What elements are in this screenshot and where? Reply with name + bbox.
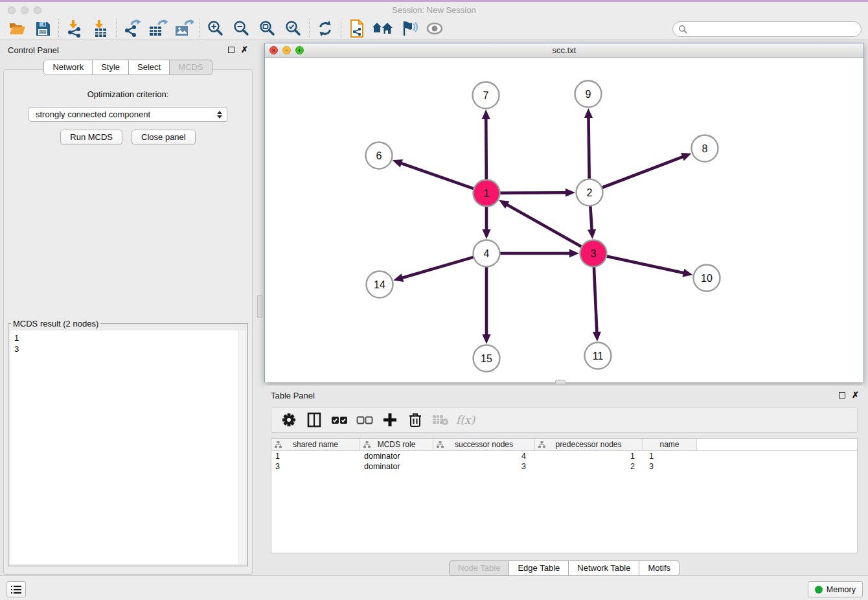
edge-1-2[interactable] — [500, 192, 567, 193]
table-cell[interactable]: 1 — [535, 451, 643, 461]
edge-4-14[interactable] — [401, 257, 474, 279]
table-settings-gear-icon[interactable] — [277, 410, 301, 430]
node-1[interactable]: 1 — [474, 180, 500, 207]
zoom-fit-icon[interactable] — [255, 18, 280, 39]
svg-text:4: 4 — [484, 248, 490, 259]
column-header-shared-name[interactable]: shared name — [271, 439, 360, 450]
table-cell[interactable]: dominator — [360, 451, 433, 461]
run-mcds-button[interactable]: Run MCDS — [60, 130, 122, 145]
table-cell[interactable]: 1 — [643, 451, 697, 461]
refresh-icon[interactable] — [312, 18, 338, 39]
table-cell[interactable]: 4 — [433, 451, 535, 461]
delete-table-icon[interactable] — [428, 410, 452, 430]
table-tab-node-table[interactable]: Node Table — [449, 560, 510, 576]
search-input[interactable] — [687, 23, 861, 35]
column-header-successor-nodes[interactable]: successor nodes — [433, 439, 535, 450]
table-cell[interactable]: 3 — [433, 461, 535, 472]
close-panel-icon[interactable]: ✗ — [241, 47, 248, 53]
mcds-result-area[interactable]: 1 3 — [10, 330, 246, 564]
column-header-mcds-role[interactable]: MCDS role — [360, 439, 433, 450]
node-3[interactable]: 3 — [580, 240, 607, 267]
tab-style[interactable]: Style — [93, 60, 129, 75]
close-window-button[interactable] — [8, 6, 16, 14]
node-14[interactable]: 14 — [367, 271, 393, 298]
delete-column-icon[interactable] — [403, 410, 427, 430]
column-header-name[interactable]: name — [643, 439, 697, 450]
edge-3-11[interactable] — [594, 267, 597, 334]
function-builder-icon[interactable]: f(x) — [453, 410, 477, 430]
network-window[interactable]: × − + scc.txt 7968124314101511 — [264, 43, 864, 382]
tab-network[interactable]: Network — [43, 60, 93, 75]
node-8[interactable]: 8 — [692, 135, 718, 162]
deselect-all-icon[interactable] — [352, 410, 376, 430]
node-15[interactable]: 15 — [474, 345, 500, 372]
export-table-icon[interactable] — [145, 18, 171, 39]
vertical-splitter-handle[interactable] — [257, 295, 262, 318]
export-network-icon[interactable] — [119, 18, 145, 39]
network-graph[interactable]: 7968124314101511 — [265, 58, 863, 382]
export-image-icon[interactable] — [171, 18, 197, 39]
table-tab-motifs[interactable]: Motifs — [639, 560, 680, 576]
network-canvas[interactable]: 7968124314101511 — [265, 58, 863, 382]
window-controls[interactable] — [8, 6, 41, 14]
table-cell[interactable]: 2 — [535, 461, 643, 472]
edge-3-1[interactable] — [506, 204, 582, 247]
node-2[interactable]: 2 — [577, 179, 603, 206]
result-scrollbar[interactable] — [238, 330, 246, 564]
edge-1-6[interactable] — [400, 163, 474, 189]
node-11[interactable]: 11 — [585, 343, 611, 369]
float-table-panel-icon[interactable] — [839, 392, 845, 398]
zoom-network-button[interactable]: + — [295, 46, 304, 54]
table-cell[interactable]: dominator — [360, 461, 433, 472]
table-row[interactable]: 3dominator323 — [271, 461, 857, 472]
tab-mcds[interactable]: MCDS — [170, 60, 212, 75]
home-icon[interactable] — [370, 18, 396, 39]
close-panel-button[interactable]: Close panel — [131, 130, 196, 145]
show-graphics-details-icon[interactable] — [422, 18, 448, 39]
horizontal-splitter-handle[interactable] — [555, 380, 565, 384]
open-network-file-icon[interactable] — [344, 18, 370, 39]
select-all-icon[interactable] — [327, 410, 351, 430]
edge-2-9[interactable] — [588, 116, 589, 179]
edge-1-7[interactable] — [486, 117, 486, 179]
zoom-selected-icon[interactable] — [280, 18, 306, 39]
minimize-network-button[interactable]: − — [282, 46, 291, 54]
table-row[interactable]: 1dominator411 — [271, 451, 857, 461]
node-10[interactable]: 10 — [694, 265, 720, 292]
node-7[interactable]: 7 — [473, 82, 499, 109]
zoom-window-button[interactable] — [34, 6, 41, 14]
hide-graphics-details-icon[interactable] — [396, 18, 422, 39]
add-column-icon[interactable] — [378, 410, 402, 430]
edge-2-3[interactable] — [590, 206, 591, 231]
show-column-icon[interactable] — [302, 410, 326, 430]
edge-2-8[interactable] — [602, 156, 685, 187]
network-window-titlebar[interactable]: × − + scc.txt — [265, 43, 863, 58]
table-cell[interactable]: 1 — [271, 451, 360, 461]
close-table-panel-icon[interactable]: ✗ — [852, 392, 859, 398]
zoom-in-icon[interactable] — [203, 18, 229, 39]
import-network-icon[interactable] — [62, 18, 87, 39]
table-tab-network-table[interactable]: Network Table — [569, 560, 639, 576]
tab-select[interactable]: Select — [129, 60, 170, 75]
minimize-window-button[interactable] — [21, 6, 29, 14]
node-4[interactable]: 4 — [474, 240, 500, 267]
close-network-button[interactable]: × — [269, 46, 278, 54]
arrowhead-4-15 — [482, 334, 490, 344]
save-session-icon[interactable] — [30, 18, 56, 39]
table-cell[interactable]: 3 — [643, 461, 697, 472]
import-table-icon[interactable] — [87, 18, 113, 39]
zoom-out-icon[interactable] — [229, 18, 255, 39]
table-cell[interactable]: 3 — [271, 461, 360, 472]
column-header-predecessor-nodes[interactable]: predecessor nodes — [535, 439, 643, 450]
memory-button[interactable]: Memory — [808, 581, 863, 597]
table-tab-edge-table[interactable]: Edge Table — [509, 560, 569, 576]
float-panel-icon[interactable] — [228, 47, 234, 53]
node-9[interactable]: 9 — [575, 81, 602, 108]
search-box[interactable] — [672, 21, 862, 37]
task-history-button[interactable] — [6, 581, 26, 597]
open-session-icon[interactable] — [4, 18, 30, 39]
criterion-dropdown[interactable]: strongly connected component — [29, 107, 227, 122]
edge-3-10[interactable] — [607, 256, 685, 273]
node-table[interactable]: shared nameMCDS rolesuccessor nodesprede… — [271, 438, 858, 553]
node-6[interactable]: 6 — [366, 143, 393, 169]
